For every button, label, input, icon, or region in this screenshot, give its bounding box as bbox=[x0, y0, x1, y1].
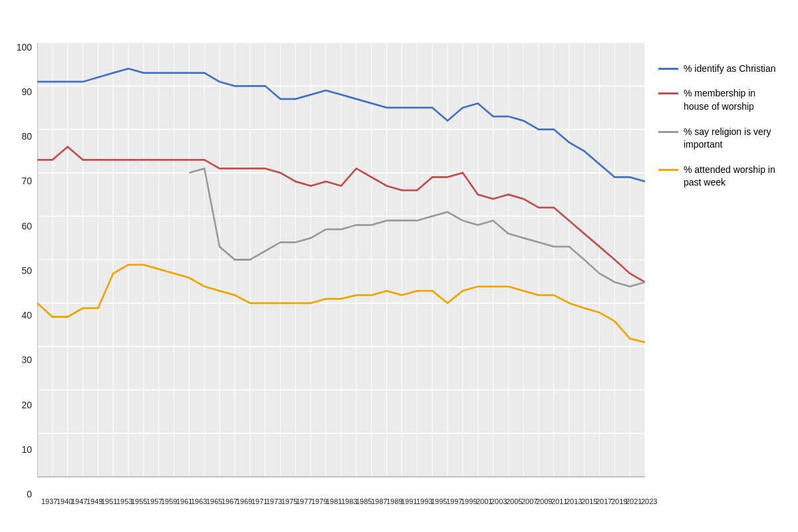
y-axis-label: 90 bbox=[21, 87, 32, 96]
chart-body: 1009080706050403020100 bbox=[13, 43, 785, 525]
y-axis-label: 10 bbox=[21, 445, 32, 454]
legend-color-swatch bbox=[658, 92, 678, 94]
legend-item: % identify as Christian bbox=[658, 63, 778, 76]
chart-title bbox=[13, 13, 785, 36]
legend-item: % attended worship in past week bbox=[658, 164, 778, 190]
y-axis-label: 60 bbox=[21, 221, 32, 231]
legend-label: % membership in house of worship bbox=[684, 87, 778, 113]
y-axis-label: 100 bbox=[17, 43, 32, 52]
y-axis-label: 50 bbox=[21, 266, 32, 275]
legend-color-swatch bbox=[658, 68, 678, 70]
main-svg bbox=[37, 43, 645, 499]
legend-color-swatch bbox=[658, 131, 678, 133]
x-axis-label: 2023 bbox=[641, 497, 665, 505]
y-axis-label: 30 bbox=[21, 355, 32, 364]
legend-label: % say religion is very important bbox=[684, 126, 778, 152]
y-axis-label: 70 bbox=[21, 176, 32, 186]
legend-label: % identify as Christian bbox=[684, 63, 776, 76]
y-axis-label: 20 bbox=[21, 400, 32, 410]
x-axis-labels: 1937194019471949195119531955195719591961… bbox=[37, 499, 645, 525]
chart-container: 1009080706050403020100 bbox=[0, 0, 798, 532]
legend: % identify as Christian% membership in h… bbox=[645, 43, 785, 525]
y-axis-label: 40 bbox=[21, 311, 32, 320]
legend-color-swatch bbox=[658, 169, 678, 171]
y-axis-label: 80 bbox=[21, 132, 32, 141]
y-axis: 1009080706050403020100 bbox=[13, 43, 37, 525]
chart-area: 1937194019471949195119531955195719591961… bbox=[37, 43, 645, 525]
legend-item: % membership in house of worship bbox=[658, 87, 778, 113]
y-axis-label: 0 bbox=[27, 489, 32, 499]
svg-wrapper bbox=[37, 43, 645, 499]
legend-item: % say religion is very important bbox=[658, 126, 778, 152]
legend-label: % attended worship in past week bbox=[684, 164, 778, 190]
